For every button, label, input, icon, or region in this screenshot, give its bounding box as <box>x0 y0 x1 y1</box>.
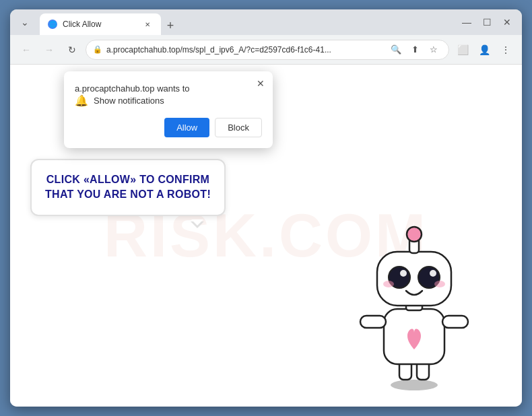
speech-area: CLICK «ALLOW» TO CONFIRM THAT YOU ARE NO… <box>30 159 226 216</box>
nav-right: ⬜ 👤 ⋮ <box>453 40 515 59</box>
notification-text: Show notifications <box>94 96 164 106</box>
speech-text: CLICK «ALLOW» TO CONFIRM THAT YOU ARE NO… <box>45 172 211 203</box>
popup-buttons: Allow Block <box>75 118 262 137</box>
window-controls-left: ⌄ <box>15 13 34 32</box>
tab-title: Click Allow <box>63 20 137 29</box>
bell-icon: 🔔 <box>75 94 88 107</box>
minimize-button[interactable]: — <box>457 13 476 32</box>
new-tab-button[interactable]: + <box>161 16 180 35</box>
svg-rect-4 <box>360 316 386 328</box>
refresh-button[interactable]: ↻ <box>63 40 81 59</box>
notification-row: 🔔 Show notifications <box>75 94 262 107</box>
menu-icon[interactable]: ⋮ <box>496 40 515 59</box>
lock-icon: 🔒 <box>93 45 102 54</box>
maximize-button[interactable]: ☐ <box>477 13 496 32</box>
notification-popup: a.procaptchahub.top wants to ✕ 🔔 Show no… <box>64 71 273 148</box>
profile-icon[interactable]: 👤 <box>475 40 494 59</box>
forward-button[interactable]: → <box>40 40 59 59</box>
window-controls-right: — ☐ ✕ <box>457 13 517 32</box>
nav-bar: ← → ↻ 🔒 a.procaptchahub.top/ms/spl_d_ipv… <box>10 35 522 65</box>
robot-svg <box>347 205 481 393</box>
block-button[interactable]: Block <box>215 118 262 137</box>
svg-point-13 <box>430 270 436 277</box>
svg-point-14 <box>383 281 394 287</box>
allow-button[interactable]: Allow <box>164 118 209 137</box>
browser-window: ⌄ 🌐 Click Allow ✕ + — ☐ <box>10 9 522 407</box>
svg-point-0 <box>391 380 438 390</box>
robot-illustration <box>347 205 481 393</box>
svg-rect-5 <box>442 316 468 328</box>
svg-point-15 <box>434 281 445 287</box>
svg-point-9 <box>407 227 422 242</box>
address-actions: 🔍 ⬆ ☆ <box>388 42 442 58</box>
popup-header: a.procaptchahub.top wants to <box>75 83 190 94</box>
active-tab[interactable]: 🌐 Click Allow ✕ <box>40 13 161 35</box>
address-bar[interactable]: 🔒 a.procaptchahub.top/ms/spl_d_ipv6_A/?c… <box>86 40 449 60</box>
extensions-icon[interactable]: ⬜ <box>453 40 472 59</box>
popup-close-button[interactable]: ✕ <box>254 77 267 90</box>
title-bar: ⌄ 🌐 Click Allow ✕ + — ☐ <box>10 9 522 35</box>
back-button[interactable]: ← <box>17 40 36 59</box>
svg-point-12 <box>400 270 407 277</box>
chevron-down-icon[interactable]: ⌄ <box>15 13 34 32</box>
page-content: RISK.COM a.procaptchahub.top wants to ✕ … <box>10 65 522 407</box>
tab-favicon: 🌐 <box>48 20 57 29</box>
tab-close-button[interactable]: ✕ <box>142 19 153 30</box>
search-icon[interactable]: 🔍 <box>388 42 404 58</box>
address-text: a.procaptchahub.top/ms/spl_d_ipv6_A/?c=d… <box>106 45 384 55</box>
speech-bubble: CLICK «ALLOW» TO CONFIRM THAT YOU ARE NO… <box>30 159 226 216</box>
tab-bar: 🌐 Click Allow ✕ + <box>40 9 455 35</box>
window-close-button[interactable]: ✕ <box>498 13 517 32</box>
share-icon[interactable]: ⬆ <box>407 42 423 58</box>
star-icon[interactable]: ☆ <box>426 42 442 58</box>
